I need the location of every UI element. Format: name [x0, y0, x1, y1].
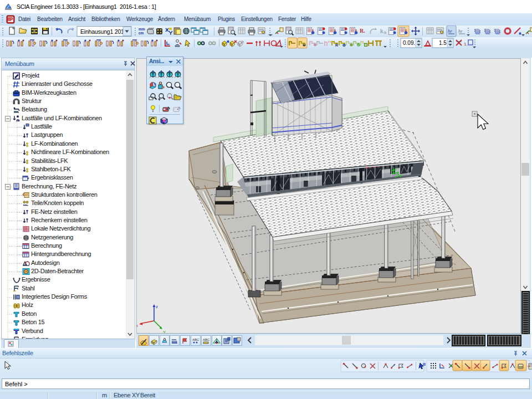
svg-text:z: z	[156, 304, 158, 309]
svg-text:ABC: ABC	[203, 338, 210, 341]
svg-text:Einhausung1 2016: Einhausung1 2016	[80, 28, 127, 35]
svg-text:ABC: ABC	[192, 338, 200, 341]
svg-text:1.5: 1.5	[439, 40, 447, 46]
svg-text:x: x	[136, 323, 138, 328]
svg-text:1,: 1,	[464, 42, 468, 47]
svg-text:Y: Y	[163, 330, 166, 334]
